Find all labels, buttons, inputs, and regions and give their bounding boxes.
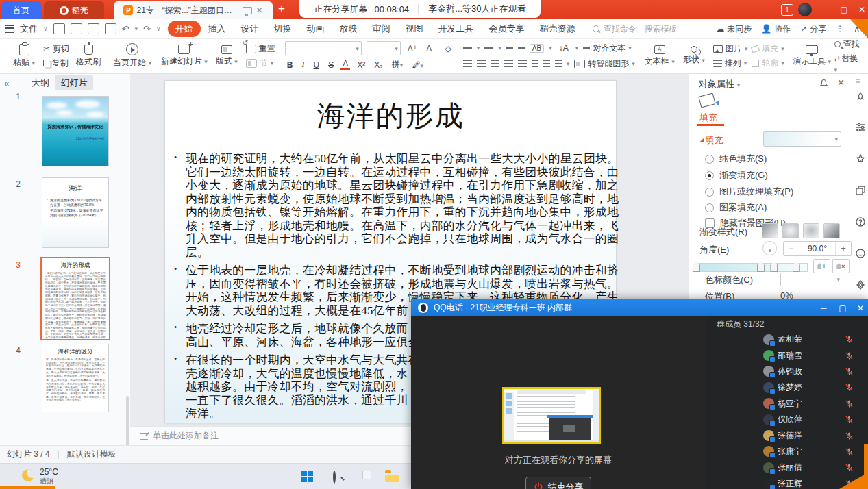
arrange-button[interactable]: 排列 ▾ bbox=[713, 58, 748, 69]
hamburger-icon[interactable] bbox=[5, 25, 14, 33]
fill-preview-dropdown[interactable]: ▾ bbox=[763, 131, 841, 147]
tab-docer[interactable]: 稻壳 bbox=[44, 1, 104, 19]
convert-smart-graphic-button[interactable]: 转智能图形▾ bbox=[574, 58, 635, 70]
textbox-button[interactable]: A文本框 ▾ bbox=[645, 45, 675, 67]
shapes-button[interactable]: 形状 ▾ bbox=[679, 46, 709, 66]
file-menu[interactable]: 文件 bbox=[20, 23, 38, 35]
quick-tools-rocket-icon[interactable] bbox=[855, 92, 866, 103]
line-spacing-down-icon[interactable] bbox=[543, 60, 550, 67]
line-spacing-icon[interactable] bbox=[555, 60, 562, 67]
outline-button[interactable]: 轮廓 ▾ bbox=[752, 58, 784, 69]
menu-item-开始[interactable]: 开始 bbox=[168, 21, 201, 37]
bullet-list-icon[interactable] bbox=[463, 45, 472, 51]
pinyin-button[interactable]: 拼▾ bbox=[390, 59, 406, 71]
radio-picture-fill[interactable]: 图片或纹理填充(P) bbox=[705, 186, 793, 198]
menu-item-审阅[interactable]: 审阅 bbox=[365, 21, 398, 37]
window-minimize-button[interactable]: ─ bbox=[818, 0, 834, 19]
window-close-button[interactable]: ✕ bbox=[854, 0, 868, 19]
line-spacing-up-icon[interactable] bbox=[532, 60, 538, 67]
highlight-button[interactable]: 🖉▾ bbox=[410, 60, 425, 70]
menu-item-放映[interactable]: 放映 bbox=[332, 21, 365, 37]
new-slide-button[interactable]: 新建幻灯片 ▾ bbox=[161, 45, 208, 67]
increase-indent-icon[interactable] bbox=[518, 45, 525, 51]
taskbar-search-button[interactable] bbox=[333, 472, 336, 482]
font-family-combo[interactable]: ▾ bbox=[285, 41, 362, 55]
effects-star-icon[interactable] bbox=[855, 153, 866, 164]
slide-thumbnail-3-selected[interactable]: 海洋的形成 • 现在的研究证明，大约在50亿年前，从太阳星云中分离出一些大大小小… bbox=[40, 257, 110, 340]
weather-moon-icon[interactable] bbox=[22, 469, 34, 481]
menu-item-会员专享[interactable]: 会员专享 bbox=[482, 21, 532, 37]
decrease-font-button[interactable]: A⁻ bbox=[424, 44, 438, 53]
qq-close-button[interactable]: ✕ bbox=[852, 299, 868, 316]
bold-button[interactable]: B bbox=[285, 60, 295, 70]
collaborate-button[interactable]: 👤协作 bbox=[761, 23, 791, 35]
menu-item-动画[interactable]: 动画 bbox=[299, 21, 332, 37]
weather-description[interactable]: 晴朗 bbox=[40, 477, 53, 486]
design-template-label[interactable]: 默认设计模板 bbox=[67, 449, 116, 460]
save-icon[interactable] bbox=[53, 23, 65, 34]
weather-temperature[interactable]: 25°C bbox=[40, 467, 58, 477]
font-size-combo[interactable]: ▾ bbox=[367, 41, 401, 55]
layout-button[interactable]: 版式 ▾ bbox=[212, 45, 242, 67]
numbered-list-icon[interactable] bbox=[484, 45, 493, 51]
character-spacing-button[interactable]: AB bbox=[530, 44, 544, 53]
pin-icon[interactable] bbox=[819, 79, 828, 90]
distribute-icon[interactable] bbox=[518, 60, 527, 67]
window-count-badge[interactable]: 1 bbox=[781, 4, 793, 16]
end-share-button[interactable]: 结束分享 bbox=[525, 477, 591, 489]
qq-call-window[interactable]: QQ电话 - 21职业经理专科一班 内部群 ─ ▢ ✕ 对方正在观看你分享的屏幕… bbox=[411, 299, 868, 489]
radio-pattern-fill[interactable]: 图案填充(A) bbox=[705, 201, 767, 214]
member-row[interactable]: 仪欣萍 bbox=[706, 412, 868, 427]
print-preview-icon[interactable] bbox=[105, 23, 116, 34]
fill-button[interactable]: 填充 ▾ bbox=[752, 43, 784, 55]
play-from-current-button[interactable]: 当页开始 ▾ bbox=[113, 43, 151, 68]
paste-button[interactable]: 粘贴 ▾ bbox=[9, 44, 39, 68]
angle-stepper[interactable]: − 90.0° + bbox=[783, 241, 852, 256]
menu-item-切换[interactable]: 切换 bbox=[266, 21, 299, 37]
feedback-icon[interactable] bbox=[855, 248, 866, 259]
member-row[interactable]: 孙钧政 bbox=[706, 364, 868, 379]
increase-font-button[interactable]: A⁺ bbox=[406, 44, 419, 53]
clear-format-icon[interactable]: ◇ bbox=[443, 44, 454, 53]
menu-item-开发工具[interactable]: 开发工具 bbox=[431, 21, 482, 37]
menu-item-稻壳资源[interactable]: 稻壳资源 bbox=[532, 21, 583, 37]
redo-icon[interactable]: ↷ bbox=[143, 24, 151, 34]
gradient-stop[interactable] bbox=[770, 262, 778, 272]
format-painter-button[interactable]: 格式刷 bbox=[73, 45, 103, 68]
screen-sharing-status-pill[interactable]: 正在分享屏幕 00:08:04 │ 李金哲...等30人正在观看 bbox=[299, 0, 541, 18]
settings-sliders-icon[interactable] bbox=[855, 122, 866, 133]
menu-item-插入[interactable]: 插入 bbox=[201, 21, 234, 37]
more-options-icon[interactable]: ⋮ bbox=[836, 24, 844, 34]
subscript-button[interactable]: X₂ bbox=[372, 60, 385, 70]
text-direction-button[interactable]: ↓A bbox=[557, 43, 571, 53]
duplicate-window-icon[interactable] bbox=[855, 185, 866, 196]
menu-item-视图[interactable]: 视图 bbox=[398, 21, 431, 37]
slide-thumbnail-4[interactable]: 海和洋的区分 洋，是海洋的中心部分，是海洋的主体。世界大洋的总面积，约占海洋面积… bbox=[42, 344, 109, 412]
fill-section-header[interactable]: 填充 bbox=[699, 134, 723, 147]
member-row[interactable]: 张康宁 bbox=[706, 444, 868, 460]
tab-close-icon[interactable]: ✕ bbox=[256, 5, 262, 15]
angle-value[interactable]: 90.0° bbox=[799, 244, 835, 253]
command-search[interactable]: 查找命令、搜索模板 bbox=[593, 23, 678, 35]
gradient-stop[interactable] bbox=[793, 262, 800, 272]
sync-status-button[interactable]: ☁ 未同步 bbox=[716, 23, 752, 35]
section-button[interactable]: 节 ▾ bbox=[246, 58, 275, 69]
tab-document[interactable]: P 21专一“探索...”主题团日班会 ✕ bbox=[114, 1, 273, 19]
qq-minimize-button[interactable]: ─ bbox=[815, 299, 832, 316]
new-tab-button[interactable]: + bbox=[278, 2, 285, 16]
undo-dropdown-icon[interactable]: ▾ bbox=[135, 25, 138, 32]
close-panel-icon[interactable]: ✕ bbox=[837, 77, 845, 88]
slide-thumbnail-1[interactable]: 探索海洋知识，传播海洋文化 21职业经理专科一班 bbox=[42, 96, 109, 166]
user-avatar[interactable] bbox=[798, 3, 812, 16]
share-button[interactable]: ↗ 分享 bbox=[800, 23, 826, 35]
decrease-indent-icon[interactable] bbox=[506, 45, 513, 51]
export-icon[interactable] bbox=[71, 23, 82, 34]
member-row[interactable]: 杨亚宁 bbox=[706, 396, 868, 412]
presentation-tools-button[interactable]: 演示工具 ▾ bbox=[794, 45, 830, 67]
help-icon[interactable] bbox=[855, 216, 866, 227]
slide-thumbnail-2[interactable]: 海洋 海洋的总面积为3.61×10的8次方平方公里，占地表面积的70.8%平均深… bbox=[42, 177, 109, 248]
gradient-stop[interactable] bbox=[693, 262, 700, 272]
radio-gradient-fill[interactable]: 渐变填充(G) bbox=[705, 169, 768, 181]
replace-button[interactable]: ⇄ 替换 ▾ bbox=[834, 53, 862, 74]
tab-home[interactable]: 首页 bbox=[1, 1, 41, 19]
